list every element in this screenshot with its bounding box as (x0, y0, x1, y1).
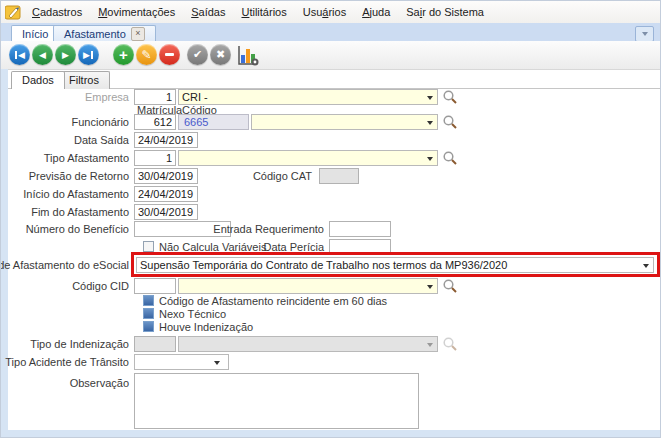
fim-afastamento-label: Fim do Afastamento (31, 204, 129, 220)
nav-next-icon: ▶ (62, 50, 69, 60)
bar-icon (15, 51, 17, 59)
tipo-afastamento-label: Tipo Afastamento (44, 150, 129, 166)
menu-item-saidas[interactable]: Saídas (183, 3, 233, 21)
observacao-textarea[interactable] (134, 373, 419, 429)
cancel-button[interactable]: ✖ (210, 44, 231, 65)
chevron-down-icon (642, 32, 648, 39)
confirm-button[interactable]: ✔ (187, 44, 208, 65)
funcionario-label: Funcionário (72, 114, 129, 130)
dropdown-arrow-icon (427, 157, 433, 164)
pencil-icon: ✎ (141, 48, 151, 62)
entrada-requerimento-field[interactable] (329, 221, 391, 237)
dropdown-arrow-icon (643, 264, 649, 271)
tipo-indenizacao-combo (178, 336, 438, 352)
data-pericia-field[interactable] (329, 239, 391, 255)
esocial-label: Código de Afastamento do eSocial (0, 257, 129, 273)
subtab-filtros[interactable]: Filtros (58, 71, 110, 89)
numero-beneficio-label: Número do Benefício (26, 221, 129, 237)
data-pericia-label: Data Perícia (263, 239, 324, 255)
bar-chart-icon (236, 45, 260, 67)
nao-calcula-variaveis-label: Não Calcula Variáveis (159, 241, 266, 254)
codigo-cat-label: Código CAT (253, 168, 312, 184)
inicio-afastamento-label: Início do Afastamento (23, 186, 129, 202)
esocial-dropdown[interactable]: Supensão Temporária do Contrato de Traba… (136, 257, 654, 273)
empresa-combo[interactable]: CRI - (178, 89, 438, 105)
tipo-acidente-label: Tipo Acidente de Trânsito (5, 354, 129, 370)
nexo-tecnico-checkbox[interactable] (143, 308, 154, 319)
check-icon: ✔ (193, 48, 202, 61)
tipo-afastamento-search-icon[interactable] (442, 150, 458, 166)
data-saida-label: Data Saída (74, 132, 129, 148)
nav-next-button[interactable]: ▶ (55, 44, 76, 65)
tab-list-button[interactable] (635, 26, 654, 42)
funcionario-search-icon[interactable] (442, 114, 458, 130)
nav-last-button[interactable]: ▶ (78, 44, 99, 65)
tipo-indenizacao-code-field (134, 336, 176, 352)
delete-record-button[interactable] (159, 44, 180, 65)
houve-indenizacao-label: Houve Indenização (159, 321, 253, 334)
nav-last-icon: ▶ (83, 50, 90, 60)
tipo-acidente-dropdown[interactable] (134, 354, 229, 370)
dropdown-arrow-icon (214, 361, 220, 368)
menu-item-utilitarios[interactable]: Utilitários (233, 3, 294, 21)
empresa-code-field[interactable] (134, 89, 176, 105)
reincidente-label: Código de Afastamento reincidente em 60 … (159, 295, 387, 308)
reincidente-checkbox[interactable] (143, 295, 154, 306)
application-window: Cadastros Movimentações Saídas Utilitári… (0, 0, 661, 438)
tipo-afastamento-combo[interactable] (178, 150, 438, 166)
dropdown-arrow-icon (427, 96, 433, 103)
menu-item-cadastros[interactable]: Cadastros (24, 3, 90, 21)
tab-afastamento[interactable]: Afastamento × (53, 25, 156, 42)
nav-previous-button[interactable]: ◀ (32, 44, 53, 65)
menu-item-sair-do-sistema[interactable]: Sair do Sistema (398, 3, 492, 21)
nav-first-button[interactable]: ◀ (9, 44, 30, 65)
panel-bottom-edge (1, 430, 660, 437)
inicio-afastamento-field[interactable] (134, 186, 198, 202)
menu-item-movimentacoes[interactable]: Movimentações (90, 3, 183, 21)
app-logo-icon (5, 5, 22, 20)
tab-close-icon[interactable]: × (131, 27, 145, 41)
document-tab-bar: Início Afastamento × (1, 23, 660, 41)
nexo-tecnico-label: Nexo Técnico (159, 308, 226, 321)
subtab-dados[interactable]: Dados (11, 71, 65, 89)
observacao-label: Observação (70, 375, 129, 391)
codigo-cid-code-field[interactable] (134, 278, 176, 294)
codigo-cid-label: Código CID (72, 278, 129, 294)
bar-icon (91, 51, 93, 59)
dropdown-arrow-icon (427, 285, 433, 292)
codigo-cid-combo[interactable] (178, 278, 438, 294)
fim-afastamento-field[interactable] (134, 204, 198, 220)
previsao-retorno-field[interactable] (134, 168, 198, 184)
tipo-indenizacao-search-icon (442, 336, 458, 352)
menu-item-ajuda[interactable]: Ajuda (354, 3, 398, 21)
nao-calcula-variaveis-checkbox[interactable] (143, 241, 154, 252)
x-icon: ✖ (216, 48, 225, 61)
nav-previous-icon: ◀ (39, 50, 46, 60)
toolbar: ◀ ◀ ▶ ▶ + ✎ ✔ ✖ (1, 41, 660, 70)
menu-item-usuarios[interactable]: Usuários (295, 3, 354, 21)
codigo-cat-field (319, 168, 359, 184)
nav-first-icon: ◀ (18, 50, 25, 60)
add-record-button[interactable]: + (113, 44, 134, 65)
codigo-cid-search-icon[interactable] (442, 278, 458, 294)
data-saida-field[interactable] (134, 132, 198, 148)
edit-record-button[interactable]: ✎ (136, 44, 157, 65)
funcionario-matricula-field[interactable] (134, 114, 176, 130)
entrada-requerimento-label: Entrada Requerimento (213, 221, 324, 237)
funcionario-codigo-field[interactable]: 6665 (178, 114, 249, 130)
dropdown-arrow-icon (427, 121, 433, 128)
tipo-afastamento-code-field[interactable] (134, 150, 176, 166)
tab-afastamento-label: Afastamento (64, 26, 126, 42)
menu-bar: Cadastros Movimentações Saídas Utilitári… (1, 1, 660, 24)
previsao-retorno-label: Previsão de Retorno (29, 168, 129, 184)
empresa-search-icon[interactable] (442, 89, 458, 105)
funcionario-combo[interactable] (251, 114, 438, 130)
minus-icon (165, 53, 174, 56)
houve-indenizacao-checkbox[interactable] (143, 321, 154, 332)
panel-left-edge (1, 69, 8, 437)
tab-inicio-label: Início (22, 26, 48, 42)
empresa-label: Empresa (85, 89, 129, 105)
chart-config-button[interactable] (236, 45, 260, 67)
tipo-indenizacao-label: Tipo de Indenização (30, 336, 129, 352)
dropdown-arrow-icon (427, 343, 433, 350)
